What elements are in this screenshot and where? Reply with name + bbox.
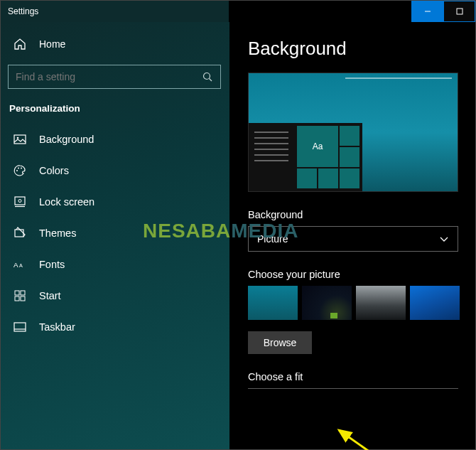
svg-point-2 — [204, 73, 210, 79]
sidebar-item-background[interactable]: Background — [1, 124, 229, 155]
sidebar-item-label: Colors — [39, 165, 69, 176]
home-label: Home — [39, 38, 65, 50]
sidebar: Home Personalization Background Colors — [1, 22, 229, 449]
minimize-icon — [424, 8, 431, 15]
picture-icon — [13, 133, 26, 146]
settings-window: Settings Home — [0, 0, 476, 450]
start-icon — [13, 289, 26, 302]
taskbar-icon — [13, 321, 26, 333]
sidebar-item-label: Background — [39, 134, 94, 145]
picture-thumb-2[interactable] — [302, 286, 352, 320]
page-title: Background — [248, 38, 475, 60]
maximize-button[interactable] — [443, 1, 475, 22]
background-type-select[interactable]: Picture — [248, 226, 458, 252]
sidebar-item-label: Themes — [39, 227, 76, 239]
sidebar-item-colors[interactable]: Colors — [1, 155, 229, 186]
search-box[interactable] — [8, 65, 221, 89]
svg-rect-1 — [457, 9, 463, 14]
svg-point-7 — [18, 168, 19, 169]
palette-icon — [13, 164, 26, 177]
choose-fit-divider — [248, 388, 458, 389]
sidebar-item-lockscreen[interactable]: Lock screen — [1, 186, 229, 218]
sidebar-item-label: Fonts — [39, 259, 65, 270]
svg-point-11 — [18, 200, 21, 203]
chevron-down-icon — [439, 234, 449, 244]
sidebar-item-label: Lock screen — [39, 196, 94, 208]
content-pane: Background Aa Background Picture — [229, 22, 475, 449]
background-label: Background — [248, 209, 475, 220]
svg-point-6 — [16, 170, 18, 171]
svg-rect-18 — [21, 296, 25, 301]
svg-line-3 — [210, 78, 212, 81]
home-nav[interactable]: Home — [1, 29, 229, 59]
choose-fit-label: Choose a fit — [248, 371, 475, 382]
sidebar-item-label: Taskbar — [39, 321, 75, 333]
section-header: Personalization — [1, 99, 229, 124]
sidebar-item-themes[interactable]: Themes — [1, 218, 229, 249]
svg-text:A: A — [13, 262, 18, 269]
sidebar-item-label: Start — [39, 290, 61, 301]
browse-label: Browse — [264, 337, 297, 348]
choose-picture-label: Choose your picture — [248, 269, 475, 280]
picture-thumb-1[interactable] — [248, 286, 298, 320]
minimize-button[interactable] — [411, 1, 443, 22]
window-title: Settings — [1, 6, 38, 16]
svg-rect-16 — [21, 291, 25, 295]
preview-tile-sample: Aa — [297, 126, 338, 167]
search-icon — [202, 72, 213, 82]
svg-rect-17 — [15, 296, 19, 301]
search-input[interactable] — [16, 71, 193, 82]
titlebar: Settings — [1, 1, 475, 22]
select-value: Picture — [257, 233, 288, 245]
sidebar-item-taskbar[interactable]: Taskbar — [1, 311, 229, 343]
preview-start-menu: Aa — [249, 123, 362, 191]
svg-rect-15 — [15, 291, 19, 295]
picture-thumb-4[interactable] — [410, 286, 460, 320]
sidebar-item-start[interactable]: Start — [1, 280, 229, 311]
svg-point-5 — [17, 137, 19, 139]
lockscreen-icon — [13, 195, 26, 208]
svg-point-8 — [21, 168, 22, 169]
maximize-icon — [456, 8, 463, 15]
fonts-icon: AA — [13, 258, 26, 271]
browse-button[interactable]: Browse — [248, 331, 312, 354]
svg-rect-19 — [14, 323, 26, 331]
picture-thumbnails — [248, 286, 475, 320]
home-icon — [13, 38, 26, 50]
background-preview: Aa — [248, 73, 458, 192]
svg-text:A: A — [19, 263, 23, 269]
sidebar-item-fonts[interactable]: AA Fonts — [1, 249, 229, 280]
picture-thumb-3[interactable] — [356, 286, 406, 320]
themes-icon — [13, 227, 26, 240]
svg-rect-9 — [15, 197, 25, 205]
svg-rect-4 — [14, 135, 26, 144]
search-container — [8, 65, 222, 89]
svg-rect-12 — [15, 230, 23, 237]
window-body: Home Personalization Background Colors — [1, 22, 475, 449]
